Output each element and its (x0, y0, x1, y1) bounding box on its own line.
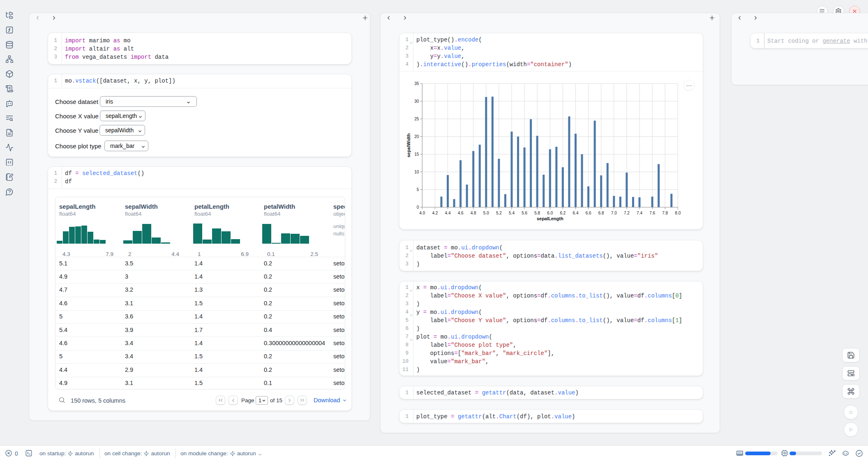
svg-text:30: 30 (414, 99, 419, 104)
svg-text:7.0: 7.0 (611, 211, 617, 215)
svg-text:7.4: 7.4 (637, 211, 642, 215)
svg-text:5: 5 (417, 187, 419, 192)
svg-text:7.2: 7.2 (624, 211, 630, 215)
svg-text:7.6: 7.6 (649, 211, 655, 215)
svg-text:4.8: 4.8 (471, 211, 476, 215)
svg-text:5.6: 5.6 (522, 211, 527, 215)
svg-text:10: 10 (414, 170, 419, 174)
svg-text:sepalLength: sepalLength (537, 216, 563, 221)
svg-text:15: 15 (414, 152, 419, 157)
svg-text:5.0: 5.0 (483, 211, 489, 215)
svg-text:35: 35 (414, 81, 419, 86)
svg-text:4.6: 4.6 (458, 211, 464, 215)
svg-text:0: 0 (417, 205, 419, 210)
svg-text:20: 20 (414, 134, 419, 139)
svg-text:5.8: 5.8 (534, 211, 540, 215)
svg-text:4.2: 4.2 (432, 211, 438, 215)
svg-text:6.4: 6.4 (573, 211, 579, 215)
svg-text:4.0: 4.0 (419, 211, 425, 215)
svg-text:5.4: 5.4 (509, 211, 515, 215)
svg-text:6.2: 6.2 (560, 211, 566, 215)
svg-text:8.0: 8.0 (675, 211, 681, 215)
svg-text:sepalWidth: sepalWidth (406, 133, 411, 157)
svg-text:5.2: 5.2 (496, 211, 502, 215)
svg-text:4.4: 4.4 (445, 211, 451, 215)
svg-text:6.8: 6.8 (598, 211, 604, 215)
svg-text:7.8: 7.8 (662, 211, 668, 215)
svg-text:6.0: 6.0 (547, 211, 553, 215)
svg-text:6.6: 6.6 (586, 211, 591, 215)
svg-text:25: 25 (414, 117, 419, 121)
